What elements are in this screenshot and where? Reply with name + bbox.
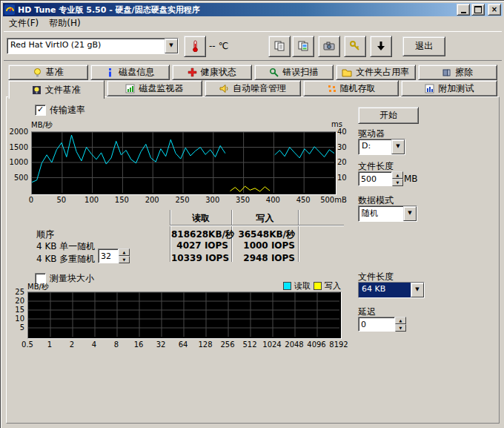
4k-multi-write-value: 2948 IOPS [233, 253, 295, 263]
tab-row-1: 基准 磁盘信息 健康状态 错误扫描 文件夹占用率 擦除 [8, 65, 497, 80]
chevron-down-icon[interactable]: ▼ [403, 206, 417, 221]
data-pattern-select[interactable]: 随机 ▼ [358, 205, 417, 222]
transfer-rate-checkbox[interactable]: ✓ 传输速率 [35, 104, 85, 116]
speaker-icon [219, 84, 229, 93]
delay-input[interactable] [358, 317, 395, 332]
4k-single-read-value: 4027 IOPS [171, 240, 228, 251]
eraser-icon [442, 68, 451, 77]
tab-label: 自动噪音管理 [233, 82, 286, 95]
temperature-value: -- [209, 41, 216, 51]
tab-label: 随机存取 [340, 82, 376, 95]
drive-combobox[interactable]: Red Hat VirtIO (21 gB) ▼ [7, 38, 179, 54]
spinner-up-icon[interactable]: ▲ [395, 317, 406, 324]
tab-row-2: 文件基准 磁盘监视器 自动噪音管理 随机存取 附加测试 [8, 80, 497, 96]
tab-disk-monitor[interactable]: 磁盘监视器 [107, 80, 203, 96]
temperature-button[interactable] [184, 36, 206, 57]
transfer-chart-y-axis-right: 40302010 [337, 131, 352, 192]
tab-extra-tests[interactable]: 附加测试 [401, 80, 497, 96]
minimize-button[interactable] [457, 4, 470, 16]
block-chart-y-axis: 252015105 [7, 292, 24, 336]
checkbox-check-icon: ✓ [35, 105, 46, 116]
block-chart-x-axis: 0.512481632641282565121024204840968192 [27, 340, 339, 349]
random-dots-icon [327, 84, 336, 93]
legend-read-label: 读取 [294, 280, 311, 292]
delay-spinner[interactable]: ▲▼ [358, 317, 406, 332]
spinner-up-icon[interactable]: ▲ [392, 171, 403, 179]
screenshot-button[interactable] [318, 36, 340, 57]
tab-label: 健康状态 [201, 66, 236, 79]
drive-select[interactable]: D: ▼ [358, 139, 405, 155]
tab-health[interactable]: 健康状态 [172, 65, 252, 80]
maximize-button[interactable] [471, 4, 485, 16]
sequential-write-value: 36548KB/秒 [233, 228, 295, 241]
column-header-read: 读取 [171, 212, 231, 225]
block-file-length-select[interactable]: 64 KB ▼ [358, 282, 425, 298]
file-benchmark-page: ✓ 传输速率 MB/秒 ms 200015001000500 40302010 … [6, 96, 500, 424]
tab-folder-usage[interactable]: 文件夹占用率 [336, 65, 416, 80]
transfer-chart-x-axis: 050100150200250300350400450500mB [31, 196, 334, 205]
info-icon [105, 68, 115, 77]
maximize-icon [474, 6, 482, 13]
keys-icon [349, 40, 361, 52]
tab-label: 文件夹占用率 [356, 66, 409, 79]
temperature-unit: ℃ [219, 41, 228, 51]
block-size-chart [28, 292, 339, 337]
copy-image-icon [297, 40, 309, 52]
spinner-down-icon[interactable]: ▼ [395, 324, 406, 332]
copy-text-button[interactable] [268, 36, 291, 57]
tab-label: 附加测试 [438, 82, 474, 95]
camera-icon [323, 40, 335, 52]
menu-item-help[interactable]: 帮助(H) [44, 16, 85, 30]
transfer-chart-frame [31, 131, 336, 195]
chevron-down-icon[interactable]: ▼ [165, 39, 178, 53]
spinner-down-icon[interactable]: ▼ [119, 256, 130, 263]
close-button[interactable]: × [488, 4, 501, 16]
spinner-up-icon[interactable]: ▲ [119, 248, 130, 256]
download-arrow-icon [375, 40, 387, 52]
options-button[interactable] [344, 36, 366, 57]
magnifier-icon [269, 68, 279, 77]
block-chart-frame [27, 292, 342, 339]
write-swatch-icon [314, 282, 322, 290]
table-divider [298, 210, 299, 262]
4k-multi-read-value: 10339 IOPS [171, 253, 228, 263]
block-file-length-value: 64 KB [359, 283, 411, 297]
exit-button[interactable]: 退出 [402, 36, 445, 56]
queue-depth-spinner[interactable]: ▲▼ [98, 248, 130, 263]
tab-aam[interactable]: 自动噪音管理 [205, 80, 301, 96]
save-results-button[interactable] [370, 36, 392, 57]
transfer-rate-chart [32, 132, 334, 193]
read-swatch-icon [283, 282, 291, 290]
tab-erase[interactable]: 擦除 [418, 65, 498, 80]
tab-label: 文件基准 [45, 84, 81, 96]
tab-disk-info[interactable]: 磁盘信息 [90, 65, 170, 80]
spinner-down-icon[interactable]: ▼ [392, 179, 403, 186]
tab-benchmark[interactable]: 基准 [8, 65, 88, 80]
minimize-icon [461, 12, 466, 13]
block-size-checkbox-label: 测量块大小 [50, 272, 94, 285]
file-length-spinner[interactable]: ▲▼ [358, 171, 403, 186]
queue-depth-input[interactable] [98, 248, 119, 263]
menu-item-file[interactable]: 文件(F) [4, 16, 44, 30]
tab-file-benchmark[interactable]: 文件基准 [8, 80, 105, 99]
data-pattern-value: 随机 [359, 206, 403, 221]
tab-label: 磁盘监视器 [139, 82, 183, 95]
block-chart-y-axis-title: MB/秒 [27, 282, 49, 292]
chevron-down-icon[interactable]: ▼ [391, 139, 405, 154]
file-benchmark-icon [32, 85, 42, 95]
chart-legend: 读取 写入 [283, 280, 341, 292]
tab-label: 磁盘信息 [119, 66, 154, 79]
copy-image-button[interactable] [292, 36, 314, 57]
file-length-unit: MB [404, 174, 418, 184]
thermometer-icon [189, 40, 201, 52]
file-length-input[interactable] [358, 171, 392, 186]
drive-combobox-value: Red Hat VirtIO (21 gB) [7, 39, 165, 53]
legend-write-label: 写入 [325, 280, 341, 292]
tab-random-access[interactable]: 随机存取 [303, 80, 399, 96]
row-label-sequential: 顺序 [36, 228, 54, 241]
table-header-divider [170, 225, 344, 226]
extra-tests-icon [425, 84, 434, 93]
start-button[interactable]: 开始 [358, 107, 419, 124]
chevron-down-icon[interactable]: ▼ [411, 283, 424, 297]
tab-error-scan[interactable]: 错误扫描 [254, 65, 334, 80]
